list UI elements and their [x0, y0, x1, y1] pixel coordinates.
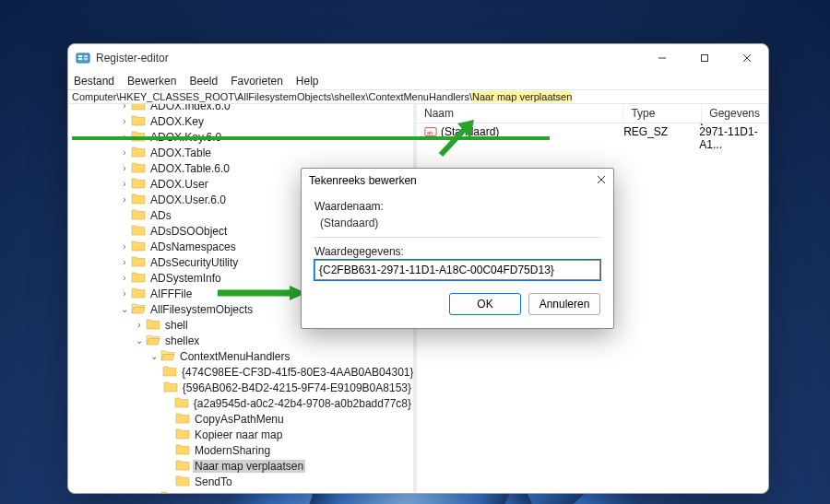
- tree-item[interactable]: ModernSharing: [68, 442, 413, 458]
- tree-item[interactable]: ›ADOX.Table: [68, 145, 413, 160]
- tree-item-label: ADOX.User: [148, 178, 210, 191]
- tree-item-label: ADsDSOObject: [148, 225, 229, 238]
- folder-icon: [131, 239, 148, 254]
- titlebar[interactable]: Register-editor: [68, 44, 768, 72]
- folder-icon: [131, 270, 148, 286]
- dialog-title: Tekenreeks bewerken: [309, 174, 417, 187]
- tree-item[interactable]: SendTo: [68, 474, 413, 489]
- tree-item[interactable]: Kopieer naar map: [68, 427, 413, 442]
- value-name-readonly: (Standaard): [314, 215, 600, 238]
- folder-icon: [131, 223, 148, 239]
- ok-button[interactable]: OK: [449, 293, 521, 315]
- tree-item[interactable]: CopyAsPathMenu: [68, 411, 413, 427]
- folder-icon: [146, 317, 163, 333]
- tree-item-label: CopyAsPathMenu: [193, 413, 286, 426]
- chevron-right-icon[interactable]: ›: [118, 163, 131, 173]
- chevron-right-icon[interactable]: ›: [118, 257, 131, 267]
- chevron-right-icon[interactable]: ›: [118, 116, 131, 126]
- tree-item[interactable]: ›ADOX.Index.6.0: [68, 104, 413, 113]
- folder-icon: [131, 207, 148, 223]
- tree-item-label: ADOX.Index.6.0: [148, 104, 232, 112]
- col-type[interactable]: Type: [623, 104, 702, 123]
- value-type: REG_SZ: [623, 125, 668, 138]
- menu-edit[interactable]: Bewerken: [127, 75, 176, 88]
- tree-item[interactable]: {a2a9545d-a0c2-42b4-9708-a0b2badd77c8}: [68, 395, 413, 411]
- folder-icon: [160, 489, 178, 493]
- folder-icon: [175, 442, 193, 458]
- tree-item-label: Kopieer naar map: [193, 428, 284, 441]
- chevron-down-icon[interactable]: ⌄: [133, 335, 146, 346]
- menu-help[interactable]: Help: [296, 75, 319, 88]
- minimize-button[interactable]: [641, 44, 683, 72]
- tree-item[interactable]: ⌄shellex: [68, 333, 413, 348]
- menubar: Bestand Bewerken Beeld Favorieten Help: [68, 72, 768, 90]
- folder-open-icon: [146, 333, 163, 348]
- chevron-right-icon[interactable]: ›: [118, 147, 131, 158]
- folder-icon: [131, 145, 148, 160]
- folder-icon: [175, 427, 193, 442]
- chevron-right-icon[interactable]: ›: [133, 320, 146, 330]
- dialog-close-button[interactable]: [597, 174, 606, 187]
- folder-icon: [175, 474, 193, 489]
- tree-item-label: ContextMenuHandlers: [178, 350, 291, 363]
- folder-icon: [162, 364, 180, 380]
- chevron-right-icon[interactable]: ›: [118, 194, 131, 205]
- folder-icon: [131, 104, 148, 113]
- chevron-right-icon[interactable]: ›: [118, 104, 131, 111]
- chevron-down-icon[interactable]: ⌄: [118, 304, 131, 314]
- value-data-label: Waardegegevens:: [314, 245, 600, 258]
- col-data[interactable]: Gegevens: [702, 104, 768, 123]
- folder-open-icon: [160, 348, 178, 364]
- folder-icon: [131, 254, 148, 270]
- tree-item-label: ADOX.User.6.0: [148, 193, 228, 206]
- chevron-right-icon[interactable]: ›: [118, 179, 131, 189]
- chevron-down-icon[interactable]: ⌄: [148, 351, 160, 361]
- menu-view[interactable]: Beeld: [189, 75, 218, 88]
- tree-item-label: ModernSharing: [193, 444, 272, 457]
- tree-item-label: PropertySheetHandlers: [178, 491, 297, 494]
- tree-item-label: ADSystemInfo: [148, 272, 223, 285]
- tree-item-label: ADOX.Table.6.0: [148, 162, 231, 175]
- tree-item[interactable]: ⌄ContextMenuHandlers: [68, 348, 413, 364]
- chevron-right-icon[interactable]: ›: [118, 241, 131, 252]
- address-highlight: Naar map verplaatsen: [472, 91, 572, 102]
- address-bar[interactable]: Computer\HKEY_CLASSES_ROOT\AllFilesystem…: [68, 90, 768, 104]
- tree-item[interactable]: ›PropertySheetHandlers: [68, 489, 413, 493]
- chevron-right-icon[interactable]: ›: [118, 288, 131, 299]
- svg-rect-10: [702, 55, 708, 62]
- tree-item[interactable]: {596AB062-B4D2-4215-9F74-E9109B0A8153}: [68, 380, 413, 395]
- tree-item-label: Naar map verplaatsen: [193, 460, 305, 473]
- tree-item[interactable]: ›ADOX.Key: [68, 113, 413, 129]
- regedit-icon: [76, 51, 90, 65]
- maximize-button[interactable]: [683, 44, 726, 72]
- svg-rect-5: [78, 55, 82, 57]
- folder-icon: [131, 113, 148, 129]
- tree-item[interactable]: {474C98EE-CF3D-41f5-80E3-4AAB0AB04301}: [68, 364, 413, 380]
- edit-string-dialog: Tekenreeks bewerken Waardenaam: (Standaa…: [301, 168, 614, 329]
- folder-icon: [131, 286, 148, 301]
- tree-item-label: ADsSecurityUtility: [148, 256, 240, 269]
- tree-item-label: ADs: [148, 209, 173, 222]
- tree-item-label: AIFFFile: [148, 287, 194, 300]
- folder-icon: [131, 160, 148, 176]
- cancel-button[interactable]: Annuleren: [528, 293, 600, 315]
- menu-favorites[interactable]: Favorieten: [231, 75, 283, 88]
- folder-icon: [175, 411, 193, 427]
- tree-item[interactable]: Naar map verplaatsen: [68, 458, 413, 474]
- annotation-underline: [72, 136, 550, 140]
- close-button[interactable]: [726, 44, 768, 72]
- folder-icon: [131, 176, 148, 192]
- menu-file[interactable]: Bestand: [74, 75, 114, 88]
- value-data-input[interactable]: [314, 260, 600, 280]
- annotation-arrow-1: [433, 118, 478, 162]
- chevron-right-icon[interactable]: ›: [148, 492, 160, 493]
- window-title: Register-editor: [96, 52, 641, 64]
- annotation-arrow-2: [216, 284, 308, 302]
- tree-item-label: shellex: [163, 334, 201, 347]
- folder-open-icon: [131, 301, 148, 317]
- svg-rect-6: [78, 58, 82, 60]
- svg-rect-8: [84, 58, 88, 60]
- chevron-right-icon[interactable]: ›: [118, 273, 131, 283]
- folder-icon: [174, 395, 192, 411]
- address-path: Computer\HKEY_CLASSES_ROOT\AllFilesystem…: [72, 91, 472, 102]
